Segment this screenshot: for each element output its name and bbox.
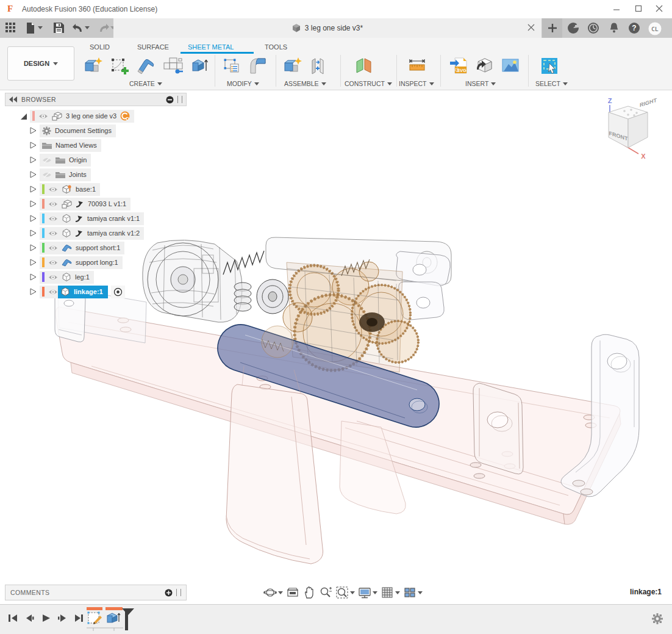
group-label-construct[interactable]: CONSTRUCT <box>345 80 392 87</box>
file-menu-caret[interactable] <box>38 26 43 29</box>
view-cube[interactable]: FRONT RIGHT Z X <box>601 98 668 165</box>
browser-row-crank1[interactable]: tamiya crank v1:1 <box>5 211 187 226</box>
group-label-insert[interactable]: INSERT <box>465 80 496 87</box>
file-menu-icon[interactable] <box>26 23 35 36</box>
visibility-eye-icon[interactable] <box>48 186 58 193</box>
panel-grip[interactable] <box>176 589 181 596</box>
timeline-position-marker[interactable] <box>122 608 134 630</box>
visibility-off-eye-icon[interactable] <box>42 171 52 178</box>
selected-item-highlight[interactable]: linkage:1 <box>58 286 108 298</box>
step-back-icon[interactable] <box>24 613 35 624</box>
browser-row-support-short[interactable]: support short:1 <box>5 240 187 255</box>
expander-collapsed-icon[interactable] <box>29 171 37 178</box>
browser-header[interactable]: BROWSER <box>5 93 187 106</box>
go-to-end-icon[interactable] <box>73 613 84 624</box>
look-at-tool[interactable] <box>286 586 299 599</box>
expander-collapsed-icon[interactable] <box>29 200 37 207</box>
orbit-tool[interactable] <box>263 586 283 599</box>
measure-icon[interactable] <box>406 54 428 78</box>
group-label-modify[interactable]: MODIFY <box>227 80 259 87</box>
play-icon[interactable] <box>40 613 51 624</box>
unfold-icon[interactable] <box>221 54 243 78</box>
sketch-feature-icon[interactable] <box>88 612 102 625</box>
display-settings-tool[interactable] <box>358 586 377 599</box>
group-label-inspect[interactable]: INSPECT <box>399 80 434 87</box>
notifications-bell-icon[interactable] <box>608 22 620 34</box>
add-comment-icon[interactable] <box>165 589 173 597</box>
convert-to-sheet-metal-icon[interactable] <box>188 54 210 78</box>
browser-row-document-settings[interactable]: Document Settings <box>5 123 187 138</box>
step-forward-icon[interactable] <box>57 613 68 624</box>
tab-tools[interactable]: TOOLS <box>261 41 291 52</box>
insert-svg-icon[interactable]: SVG <box>448 54 470 78</box>
group-label-create[interactable]: CREATE <box>129 80 162 87</box>
tab-surface[interactable]: SURFACE <box>134 41 173 52</box>
job-status-clock-icon[interactable] <box>587 22 599 34</box>
undo-icon[interactable] <box>72 23 84 36</box>
hide-panel-icon[interactable] <box>166 96 174 104</box>
flat-pattern-icon[interactable] <box>162 54 184 78</box>
help-icon[interactable]: ? <box>628 22 640 34</box>
expander-collapsed-icon[interactable] <box>29 142 37 149</box>
visibility-eye-icon[interactable] <box>48 201 58 207</box>
maximize-button[interactable] <box>629 4 648 15</box>
browser-row-70093[interactable]: 70093 L v1:1 <box>5 196 187 211</box>
construct-plane-icon[interactable] <box>353 54 375 78</box>
viewports-tool[interactable] <box>403 586 423 599</box>
browser-row-root[interactable]: 3 leg one side v3 <box>5 109 187 123</box>
app-grid-icon[interactable] <box>5 23 16 36</box>
flange-icon[interactable] <box>135 54 157 78</box>
visibility-eye-icon[interactable] <box>48 259 58 266</box>
insert-canvas-image-icon[interactable] <box>499 54 521 78</box>
tab-solid[interactable]: SOLID <box>86 41 113 52</box>
visibility-eye-icon[interactable] <box>48 274 58 281</box>
visibility-eye-icon[interactable] <box>38 113 48 120</box>
browser-row-origin[interactable]: Origin <box>5 153 187 167</box>
assemble-new-component-icon[interactable] <box>281 54 303 78</box>
panel-grip[interactable] <box>177 96 182 103</box>
activate-component-radio[interactable] <box>111 286 125 298</box>
browser-row-linkage-selected[interactable]: linkage:1 <box>5 284 187 299</box>
expander-collapsed-icon[interactable] <box>29 288 37 295</box>
tab-sheet-metal[interactable]: SHEET METAL <box>184 41 237 52</box>
account-avatar[interactable]: CL <box>648 22 660 34</box>
pan-tool[interactable] <box>302 586 316 599</box>
group-label-select[interactable]: SELECT <box>535 80 568 87</box>
insert-derive-icon[interactable] <box>474 54 496 78</box>
expander-collapsed-icon[interactable] <box>29 244 37 251</box>
grid-snap-tool[interactable] <box>381 586 400 599</box>
browser-row-joints[interactable]: Joints <box>5 167 187 182</box>
visibility-off-eye-icon[interactable] <box>42 157 52 164</box>
new-component-icon[interactable] <box>82 54 104 78</box>
redo-icon[interactable] <box>98 23 110 36</box>
collapse-panel-icon[interactable] <box>9 96 18 103</box>
group-label-assemble[interactable]: ASSEMBLE <box>284 80 326 87</box>
document-tab-close-icon[interactable] <box>527 23 537 33</box>
joint-icon[interactable] <box>307 54 329 78</box>
expander-expanded-icon[interactable] <box>20 112 27 120</box>
timeline-settings-gear-icon[interactable] <box>651 613 663 625</box>
visibility-eye-icon[interactable] <box>48 230 58 237</box>
save-icon[interactable] <box>54 23 64 35</box>
bend-icon[interactable] <box>247 54 269 78</box>
comments-bar[interactable]: COMMENTS <box>5 585 187 600</box>
browser-row-named-views[interactable]: Named Views <box>5 138 187 153</box>
expander-collapsed-icon[interactable] <box>29 186 37 193</box>
zoom-tool[interactable] <box>319 586 332 599</box>
expander-collapsed-icon[interactable] <box>29 259 37 266</box>
browser-row-support-long[interactable]: support long:1 <box>5 255 187 270</box>
browser-row-base[interactable]: base:1 <box>5 182 187 196</box>
new-tab-button[interactable] <box>542 18 562 38</box>
browser-row-leg[interactable]: leg:1 <box>5 270 187 284</box>
visibility-eye-icon[interactable] <box>48 289 58 295</box>
expander-collapsed-icon[interactable] <box>29 156 37 164</box>
visibility-eye-icon[interactable] <box>48 245 58 251</box>
undo-caret[interactable] <box>85 26 90 29</box>
extrude-feature-icon[interactable] <box>107 613 120 622</box>
select-icon[interactable] <box>538 54 560 78</box>
expander-collapsed-icon[interactable] <box>29 215 37 222</box>
close-button[interactable] <box>650 4 668 15</box>
extensions-icon[interactable] <box>567 22 579 34</box>
go-to-start-icon[interactable] <box>7 613 18 624</box>
visibility-eye-icon[interactable] <box>48 215 58 222</box>
